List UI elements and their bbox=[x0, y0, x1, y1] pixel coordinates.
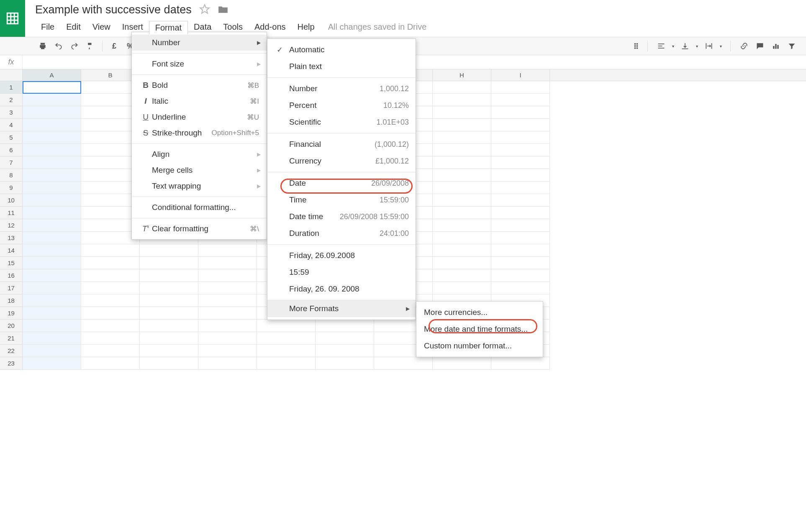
format-align[interactable]: Align▶ bbox=[132, 146, 267, 162]
cell-A7[interactable] bbox=[23, 156, 81, 169]
format-merge[interactable]: Merge cells▶ bbox=[132, 162, 267, 178]
row-header-5[interactable]: 5 bbox=[0, 131, 23, 144]
cell-D19[interactable] bbox=[198, 307, 257, 320]
cell-E23[interactable] bbox=[257, 357, 316, 370]
column-header-H[interactable]: H bbox=[433, 69, 491, 81]
cell-B22[interactable] bbox=[81, 345, 140, 357]
cell-I14[interactable] bbox=[491, 244, 550, 257]
star-icon[interactable] bbox=[199, 4, 210, 16]
cell-I6[interactable] bbox=[491, 144, 550, 156]
cell-B3[interactable] bbox=[81, 106, 140, 119]
cell-B19[interactable] bbox=[81, 307, 140, 320]
row-header-15[interactable]: 15 bbox=[0, 257, 23, 269]
format-font-size[interactable]: Font size▶ bbox=[132, 56, 267, 72]
cell-A6[interactable] bbox=[23, 144, 81, 156]
undo-icon[interactable] bbox=[54, 41, 64, 51]
cell-A21[interactable] bbox=[23, 332, 81, 345]
wrap-icon[interactable] bbox=[704, 41, 714, 51]
format-underline[interactable]: UUnderline⌘U bbox=[132, 109, 267, 125]
folder-icon[interactable] bbox=[218, 4, 228, 16]
format-wrap[interactable]: Text wrapping▶ bbox=[132, 178, 267, 194]
cell-H12[interactable] bbox=[433, 219, 491, 232]
numfmt-custom1[interactable]: Friday, 26.09.2008 bbox=[267, 247, 416, 264]
column-header-I[interactable]: I bbox=[491, 69, 550, 81]
row-header-14[interactable]: 14 bbox=[0, 244, 23, 257]
cell-B21[interactable] bbox=[81, 332, 140, 345]
numfmt-automatic[interactable]: ✓Automatic bbox=[267, 41, 416, 58]
cell-A18[interactable] bbox=[23, 294, 81, 307]
cell-B10[interactable] bbox=[81, 194, 140, 207]
cell-H1[interactable] bbox=[433, 81, 491, 94]
numfmt-custom3[interactable]: Friday, 26. 09. 2008 bbox=[267, 281, 416, 297]
cell-C22[interactable] bbox=[140, 345, 198, 357]
cell-F22[interactable] bbox=[316, 345, 374, 357]
row-header-2[interactable]: 2 bbox=[0, 94, 23, 106]
cell-H10[interactable] bbox=[433, 194, 491, 207]
cell-A1[interactable] bbox=[23, 81, 81, 94]
numfmt-currency[interactable]: Currency£1,000.12 bbox=[267, 153, 416, 169]
cell-D21[interactable] bbox=[198, 332, 257, 345]
cell-A10[interactable] bbox=[23, 194, 81, 207]
numfmt-number[interactable]: Number1,000.12 bbox=[267, 80, 416, 97]
cell-B17[interactable] bbox=[81, 282, 140, 294]
row-header-3[interactable]: 3 bbox=[0, 106, 23, 119]
cell-D15[interactable] bbox=[198, 257, 257, 269]
paint-format-icon[interactable] bbox=[85, 41, 95, 51]
filter-icon[interactable] bbox=[787, 41, 797, 51]
cell-A14[interactable] bbox=[23, 244, 81, 257]
row-header-10[interactable]: 10 bbox=[0, 194, 23, 207]
row-header-17[interactable]: 17 bbox=[0, 282, 23, 294]
row-header-16[interactable]: 16 bbox=[0, 269, 23, 282]
row-header-23[interactable]: 23 bbox=[0, 357, 23, 370]
column-header-A[interactable]: A bbox=[23, 69, 81, 81]
numfmt-percent[interactable]: Percent10.12% bbox=[267, 97, 416, 114]
cell-C14[interactable] bbox=[140, 244, 198, 257]
cell-A20[interactable] bbox=[23, 320, 81, 332]
menu-view[interactable]: View bbox=[87, 20, 116, 34]
comment-icon[interactable] bbox=[755, 41, 765, 51]
cell-B12[interactable] bbox=[81, 219, 140, 232]
cell-B5[interactable] bbox=[81, 131, 140, 144]
cell-B2[interactable] bbox=[81, 94, 140, 106]
cell-B20[interactable] bbox=[81, 320, 140, 332]
row-header-18[interactable]: 18 bbox=[0, 294, 23, 307]
cell-A5[interactable] bbox=[23, 131, 81, 144]
cell-I3[interactable] bbox=[491, 106, 550, 119]
cell-F21[interactable] bbox=[316, 332, 374, 345]
select-all-corner[interactable] bbox=[0, 69, 23, 81]
cell-B4[interactable] bbox=[81, 119, 140, 131]
cell-C16[interactable] bbox=[140, 269, 198, 282]
cell-A12[interactable] bbox=[23, 219, 81, 232]
numfmt-datetime[interactable]: Date time26/09/2008 15:59:00 bbox=[267, 208, 416, 225]
cell-B8[interactable] bbox=[81, 169, 140, 182]
chart-icon[interactable] bbox=[771, 41, 781, 51]
cell-A13[interactable] bbox=[23, 232, 81, 244]
custom-number-format[interactable]: Custom number format... bbox=[416, 338, 543, 354]
row-header-8[interactable]: 8 bbox=[0, 169, 23, 182]
cell-B13[interactable] bbox=[81, 232, 140, 244]
currency-button[interactable]: £ bbox=[109, 41, 119, 51]
more-toolbar-icon[interactable] bbox=[633, 41, 639, 51]
cell-I15[interactable] bbox=[491, 257, 550, 269]
cell-B6[interactable] bbox=[81, 144, 140, 156]
numfmt-duration[interactable]: Duration24:01:00 bbox=[267, 225, 416, 242]
cell-I5[interactable] bbox=[491, 131, 550, 144]
cell-I13[interactable] bbox=[491, 232, 550, 244]
cell-A19[interactable] bbox=[23, 307, 81, 320]
cell-C15[interactable] bbox=[140, 257, 198, 269]
numfmt-time[interactable]: Time15:59:00 bbox=[267, 192, 416, 208]
cell-B14[interactable] bbox=[81, 244, 140, 257]
cell-B9[interactable] bbox=[81, 182, 140, 194]
cell-B15[interactable] bbox=[81, 257, 140, 269]
format-number[interactable]: Number▶ bbox=[132, 35, 267, 51]
cell-D20[interactable] bbox=[198, 320, 257, 332]
menu-format[interactable]: Format bbox=[149, 21, 188, 34]
cell-H3[interactable] bbox=[433, 106, 491, 119]
cell-A23[interactable] bbox=[23, 357, 81, 370]
numfmt-financial[interactable]: Financial(1,000.12) bbox=[267, 136, 416, 153]
cell-I7[interactable] bbox=[491, 156, 550, 169]
cell-D14[interactable] bbox=[198, 244, 257, 257]
cell-B16[interactable] bbox=[81, 269, 140, 282]
more-date-time-formats[interactable]: More date and time formats... bbox=[416, 321, 543, 338]
row-header-21[interactable]: 21 bbox=[0, 332, 23, 345]
